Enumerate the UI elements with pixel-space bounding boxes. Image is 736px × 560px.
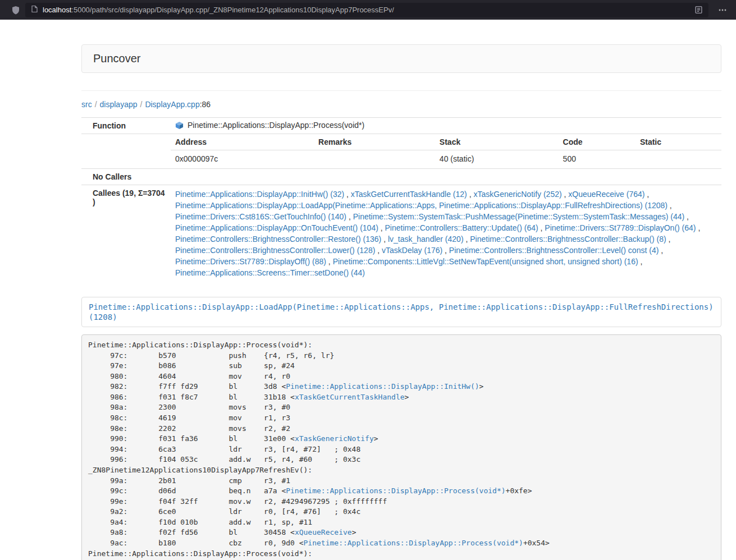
callee-link[interactable]: Pinetime::Controllers::BrightnessControl… [175, 235, 381, 244]
disassembly-block: Pinetime::Applications::DisplayApp::Proc… [81, 334, 721, 560]
callee-link[interactable]: Pinetime::Controllers::BrightnessControl… [175, 246, 375, 255]
callee-link[interactable]: Pinetime::Applications::DisplayApp::Init… [175, 190, 344, 199]
callee-separator: , [326, 257, 333, 266]
stats-header-remarks: Remarks [314, 134, 435, 150]
callee-separator: , [467, 190, 474, 199]
function-name: Pinetime::Applications::DisplayApp::Proc… [188, 121, 364, 130]
stats-table: Address Remarks Stack Code Static 0x0000… [171, 134, 721, 168]
callee-separator: , [346, 212, 353, 221]
breadcrumb-link-src[interactable]: src [81, 100, 92, 109]
stats-value-row: 0x0000097c 40 (static) 500 [171, 150, 721, 169]
url-text: localhost:5000/path/src/displayapp/Displ… [43, 6, 394, 14]
callee-link[interactable]: Pinetime::Controllers::Battery::Update()… [385, 223, 538, 232]
page-info-icon[interactable] [31, 5, 38, 15]
callee-link[interactable]: vTaskDelay (176) [382, 246, 442, 255]
callee-separator: , [638, 257, 643, 266]
function-row: Function Pinetime::Applications::Display… [81, 118, 721, 134]
callee-link[interactable]: Pinetime::Applications::DisplayApp::OnTo… [175, 223, 378, 232]
stats-value-code: 500 [559, 150, 636, 169]
tracking-shield-icon[interactable] [11, 6, 20, 15]
callee-separator: , [375, 246, 382, 255]
callee-link[interactable]: Pinetime::Applications::DisplayApp::Load… [175, 201, 668, 210]
callees-label: Callees (19, Σ=3704 ) [81, 185, 171, 284]
code-symbol-link[interactable]: Pinetime::Applications::DisplayApp::Proc… [304, 539, 523, 547]
callee-link[interactable]: Pinetime::Drivers::St7789::DisplayOn() (… [545, 223, 696, 232]
stats-header-row: Address Remarks Stack Code Static [171, 134, 721, 150]
callee-separator: , [659, 246, 663, 255]
stats-value-static [636, 150, 721, 169]
stats-value-remarks [314, 150, 435, 169]
reader-mode-icon[interactable] [694, 6, 703, 14]
code-symbol-link[interactable]: xQueueReceive [295, 528, 352, 536]
callee-separator: , [464, 235, 470, 244]
callee-separator: , [562, 190, 569, 199]
callee-link[interactable]: Pinetime::System::SystemTask::PushMessag… [353, 212, 685, 221]
callee-link[interactable]: lv_task_handler (420) [388, 235, 464, 244]
code-symbol-link[interactable]: xTaskGenericNotify [295, 434, 374, 443]
callee-link[interactable]: Pinetime::Components::LittleVgl::SetNewT… [333, 257, 638, 266]
callee-separator: , [666, 235, 671, 244]
stats-row: Address Remarks Stack Code Static 0x0000… [81, 134, 721, 169]
callee-link[interactable]: Pinetime::Applications::Screens::Timer::… [175, 268, 365, 277]
no-callers-row: No Callers [81, 169, 721, 185]
function-table: Function Pinetime::Applications::Display… [81, 117, 721, 284]
stats-value-stack: 40 (static) [435, 150, 559, 169]
callees-row: Callees (19, Σ=3704 ) Pinetime::Applicat… [81, 185, 721, 284]
callee-link[interactable]: Pinetime::Drivers::Cst816S::GetTouchInfo… [175, 212, 346, 221]
stats-header-address: Address [171, 134, 314, 150]
url-path: :5000/path/src/displayapp/DisplayApp.cpp… [71, 6, 394, 14]
callee-link[interactable]: xTaskGetCurrentTaskHandle (12) [351, 190, 467, 199]
stats-row-label [81, 134, 171, 169]
callee-separator: , [381, 235, 388, 244]
divider [81, 90, 721, 91]
callee-link[interactable]: Pinetime::Controllers::BrightnessControl… [470, 235, 666, 244]
method-icon [175, 121, 184, 130]
callee-separator: , [696, 223, 701, 232]
page-title-box: Puncover [81, 44, 721, 73]
focused-callee-box: Pinetime::Applications::DisplayApp::Load… [81, 297, 721, 327]
page-container: Puncover src/displayapp/DisplayApp.cpp:8… [81, 20, 721, 560]
page-title: Puncover [93, 52, 710, 65]
callee-link[interactable]: xQueueReceive (764) [568, 190, 644, 199]
menu-dots-icon[interactable] [718, 6, 727, 15]
stats-value-address: 0x0000097c [171, 150, 314, 169]
browser-chrome: localhost:5000/path/src/displayapp/Displ… [0, 0, 736, 20]
function-row-label: Function [81, 118, 171, 134]
url-host: localhost [43, 6, 71, 14]
breadcrumb-link-file[interactable]: DisplayApp.cpp [145, 100, 199, 109]
code-symbol-link[interactable]: Pinetime::Applications::DisplayApp::Proc… [286, 486, 505, 495]
code-symbol-link[interactable]: xTaskGetCurrentTaskHandle [295, 393, 405, 401]
callee-link[interactable]: Pinetime::Controllers::BrightnessControl… [449, 246, 659, 255]
callee-link[interactable]: xTaskGenericNotify (252) [473, 190, 561, 199]
callee-separator: , [684, 212, 689, 221]
callees-list: Pinetime::Applications::DisplayApp::Init… [171, 185, 721, 284]
breadcrumb-separator: / [140, 100, 143, 109]
stats-header-stack: Stack [435, 134, 559, 150]
breadcrumb-separator: / [95, 100, 97, 109]
focused-callee-link[interactable]: Pinetime::Applications::DisplayApp::Load… [89, 302, 714, 322]
callee-separator: , [644, 190, 649, 199]
callee-link[interactable]: Pinetime::Drivers::St7789::DisplayOff() … [175, 257, 326, 266]
breadcrumb: src/displayapp/DisplayApp.cpp:86 [81, 99, 721, 110]
code-symbol-link[interactable]: Pinetime::Applications::DisplayApp::Init… [286, 382, 479, 391]
callee-separator: , [378, 223, 385, 232]
callee-separator: , [344, 190, 351, 199]
no-callers-label: No Callers [81, 169, 171, 185]
breadcrumb-link-displayapp[interactable]: displayapp [100, 100, 138, 109]
breadcrumb-line-number: :86 [200, 100, 211, 109]
callee-separator: , [442, 246, 449, 255]
stats-header-code: Code [559, 134, 636, 150]
callee-separator: , [538, 223, 545, 232]
stats-header-static: Static [636, 134, 721, 150]
callee-separator: , [668, 201, 672, 210]
url-bar[interactable]: localhost:5000/path/src/displayapp/Displ… [25, 3, 708, 17]
